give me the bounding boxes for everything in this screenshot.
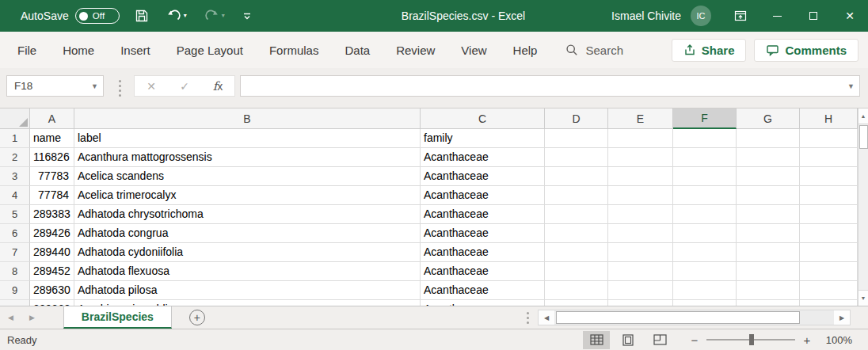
new-sheet-button[interactable]: + bbox=[189, 310, 205, 325]
cell-G8[interactable] bbox=[737, 262, 800, 281]
row-header-7[interactable]: 7 bbox=[0, 243, 30, 262]
cell-D2[interactable] bbox=[545, 148, 608, 167]
page-layout-view-button[interactable] bbox=[615, 331, 641, 349]
cell-H8[interactable] bbox=[800, 262, 858, 281]
cell-C5[interactable]: Acanthaceae bbox=[421, 205, 545, 224]
autosave-toggle[interactable]: AutoSave Off bbox=[21, 8, 120, 24]
name-box-splitter[interactable] bbox=[115, 80, 125, 97]
row-header-1[interactable]: 1 bbox=[0, 129, 30, 148]
cell-E3[interactable] bbox=[608, 167, 673, 186]
cell-A5[interactable]: 289383 bbox=[30, 205, 74, 224]
insert-function-button[interactable]: fx bbox=[201, 76, 234, 96]
cell-H5[interactable] bbox=[800, 205, 858, 224]
tab-review[interactable]: Review bbox=[394, 40, 436, 60]
cell-C10[interactable]: Acanthaceae bbox=[421, 300, 545, 306]
cell-H3[interactable] bbox=[800, 167, 858, 186]
previous-sheet-button[interactable]: ◀ bbox=[0, 314, 21, 321]
cell-F9[interactable] bbox=[673, 281, 737, 300]
autosave-switch[interactable]: Off bbox=[75, 8, 120, 24]
cell-E8[interactable] bbox=[608, 262, 673, 281]
cell-F4[interactable] bbox=[673, 186, 737, 205]
cell-G4[interactable] bbox=[737, 186, 800, 205]
minimize-button[interactable] bbox=[759, 0, 795, 32]
cell-B10[interactable]: Amphiscopia pohliana bbox=[74, 300, 421, 306]
enter-button[interactable]: ✓ bbox=[168, 76, 201, 96]
cell-H7[interactable] bbox=[800, 243, 858, 262]
next-sheet-button[interactable]: ▶ bbox=[21, 314, 43, 321]
scroll-right-button[interactable]: ▶ bbox=[834, 310, 850, 325]
cell-E4[interactable] bbox=[608, 186, 673, 205]
quick-access-toolbar-button[interactable] bbox=[240, 10, 254, 22]
cell-A9[interactable]: 289630 bbox=[30, 281, 74, 300]
tab-bar-splitter[interactable] bbox=[524, 312, 531, 324]
cell-F8[interactable] bbox=[673, 262, 737, 281]
cell-G10[interactable] bbox=[737, 300, 800, 306]
cancel-button[interactable]: ✕ bbox=[135, 76, 168, 96]
sheet-tab-brazilspecies[interactable]: BrazilSpecies bbox=[63, 306, 172, 329]
tab-data[interactable]: Data bbox=[343, 40, 371, 60]
comments-button[interactable]: Comments bbox=[754, 39, 858, 62]
undo-dropdown-caret[interactable]: ▾ bbox=[184, 13, 187, 19]
cell-H2[interactable] bbox=[800, 148, 858, 167]
tab-page-layout[interactable]: Page Layout bbox=[175, 40, 245, 60]
vertical-scrollbar[interactable]: ▲ ▼ bbox=[858, 108, 868, 306]
row-header-6[interactable]: 6 bbox=[0, 224, 30, 243]
cell-E2[interactable] bbox=[608, 148, 673, 167]
close-button[interactable]: ✕ bbox=[832, 0, 868, 32]
zoom-level[interactable]: 100% bbox=[819, 334, 852, 346]
cell-B6[interactable]: Adhatoda congrua bbox=[74, 224, 421, 243]
cell-F2[interactable] bbox=[673, 148, 737, 167]
column-header-d[interactable]: D bbox=[545, 108, 608, 129]
cell-B7[interactable]: Adhatoda cydoniifolia bbox=[74, 243, 421, 262]
cell-G3[interactable] bbox=[737, 167, 800, 186]
cell-E5[interactable] bbox=[608, 205, 673, 224]
cell-D7[interactable] bbox=[545, 243, 608, 262]
page-break-preview-button[interactable] bbox=[646, 331, 673, 349]
cell-C1[interactable]: family bbox=[421, 129, 545, 148]
column-header-c[interactable]: C bbox=[421, 108, 545, 129]
cell-D8[interactable] bbox=[545, 262, 608, 281]
tab-insert[interactable]: Insert bbox=[119, 40, 152, 60]
tab-help[interactable]: Help bbox=[512, 40, 539, 60]
cell-D10[interactable] bbox=[545, 300, 608, 306]
cell-A10[interactable]: 289868 bbox=[30, 300, 74, 306]
cell-B8[interactable]: Adhatoda flexuosa bbox=[74, 262, 421, 281]
cell-A1[interactable]: name bbox=[30, 129, 74, 148]
select-all-button[interactable] bbox=[0, 108, 30, 129]
save-button[interactable] bbox=[132, 7, 151, 25]
cell-G2[interactable] bbox=[737, 148, 800, 167]
scroll-left-button[interactable]: ◀ bbox=[539, 310, 554, 325]
cell-H6[interactable] bbox=[800, 224, 858, 243]
cell-A6[interactable]: 289426 bbox=[30, 224, 74, 243]
cell-E6[interactable] bbox=[608, 224, 673, 243]
zoom-slider-track[interactable] bbox=[706, 339, 795, 340]
row-header-10[interactable]: 10 bbox=[0, 300, 30, 306]
column-header-f[interactable]: F bbox=[673, 108, 737, 129]
redo-button[interactable]: ▾ bbox=[202, 8, 227, 25]
horizontal-scrollbar[interactable]: ◀ ▶ bbox=[538, 310, 851, 325]
cell-F1[interactable] bbox=[673, 129, 737, 148]
cell-C9[interactable]: Acanthaceae bbox=[421, 281, 545, 300]
maximize-button[interactable] bbox=[795, 0, 832, 32]
name-box[interactable]: F18 ▼ bbox=[6, 75, 104, 97]
column-header-a[interactable]: A bbox=[30, 108, 74, 129]
cell-E10[interactable] bbox=[608, 300, 673, 306]
zoom-slider-thumb[interactable] bbox=[749, 334, 754, 345]
cell-E7[interactable] bbox=[608, 243, 673, 262]
cell-F3[interactable] bbox=[673, 167, 737, 186]
tab-view[interactable]: View bbox=[459, 40, 488, 60]
cell-B3[interactable]: Acelica scandens bbox=[74, 167, 421, 186]
column-header-g[interactable]: G bbox=[737, 108, 800, 129]
cell-D4[interactable] bbox=[545, 186, 608, 205]
cell-A2[interactable]: 116826 bbox=[30, 148, 74, 167]
cell-C4[interactable]: Acanthaceae bbox=[421, 186, 545, 205]
name-box-dropdown-caret[interactable]: ▼ bbox=[91, 82, 98, 90]
cell-A7[interactable]: 289440 bbox=[30, 243, 74, 262]
cell-F5[interactable] bbox=[673, 205, 737, 224]
cell-F7[interactable] bbox=[673, 243, 737, 262]
cell-B4[interactable]: Acelica trimerocalyx bbox=[74, 186, 421, 205]
scroll-up-button[interactable]: ▲ bbox=[858, 108, 868, 124]
cell-F6[interactable] bbox=[673, 224, 737, 243]
tab-home[interactable]: Home bbox=[61, 40, 96, 60]
cell-G1[interactable] bbox=[737, 129, 800, 148]
